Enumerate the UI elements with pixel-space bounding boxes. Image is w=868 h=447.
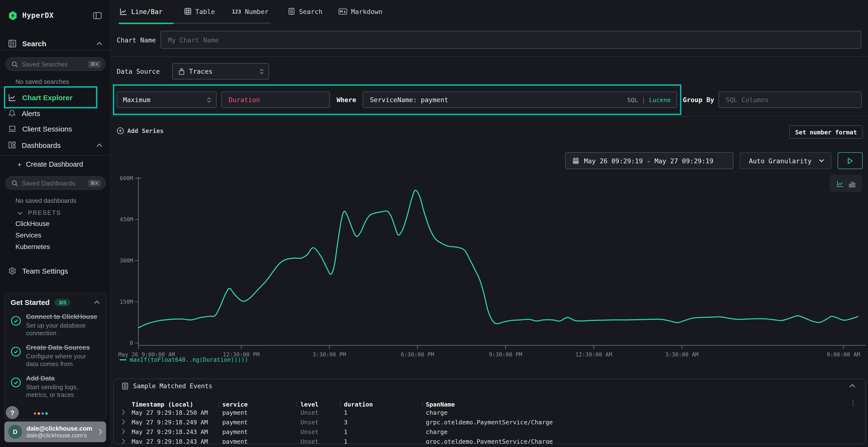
tab-markdown[interactable]: Markdown [339,0,382,23]
data-source-select[interactable]: Traces [172,63,269,79]
col-timestamp[interactable]: Timestamp (Local) [132,401,193,408]
select-updown-icon [207,97,216,102]
get-started-item[interactable]: Connect to ClickHouse Set up your databa… [10,313,100,337]
cell-service[interactable]: payment [222,409,248,416]
cell-timestamp[interactable]: May 27 9:29:18.243 AM [132,428,208,436]
avatar: D [8,425,22,439]
preset-clickhouse[interactable]: ClickHouse [16,220,50,227]
cell-service[interactable]: payment [222,428,248,436]
col-duration[interactable]: duration [344,401,373,408]
cell-timestamp[interactable]: May 27 9:29:18.250 AM [132,409,208,416]
cell-duration[interactable]: 1 [344,409,347,416]
get-started-item[interactable]: Create Data Sources Configure where your… [10,343,100,368]
user-team: dale@clickhouse.com's [27,432,94,439]
cell-duration[interactable]: 1 [344,438,347,444]
cell-spanname[interactable]: charge [426,428,447,436]
collapse-sidebar-icon[interactable] [93,12,102,19]
sidebar-item-alerts[interactable]: Alerts [0,107,111,119]
saved-dashboards-input[interactable]: Saved Dashboards ⌘K [5,176,105,190]
shortcut-badge: ⌘K [88,61,101,68]
where-input[interactable]: ServiceName: payment SQL | Lucene [363,92,677,108]
sidebar-item-chart-explorer[interactable]: Chart Explorer [0,91,111,104]
laptop-icon [8,125,17,132]
sidebar-item-team-settings[interactable]: Team Settings [0,265,111,277]
column-grip-icon[interactable]: ⋮ [216,401,222,408]
no-saved-dashboards-note: No saved dashboards [16,197,76,204]
cell-level[interactable]: Unset [301,419,318,426]
dashboards-icon [8,141,16,149]
chart-svg[interactable]: 0150M300M450M600MMay 26 9:00:00 AM12:30:… [111,173,868,366]
get-started-item[interactable]: Add Data Start sending logs, metrics, or… [10,374,100,399]
shortcut-badge: ⌘K [88,179,101,187]
y-tick-label: 150M [120,299,133,305]
sample-events-panel: Sample Matched Events Timestamp (Local) … [113,379,866,444]
cell-spanname[interactable]: grpc.oteldemo.PaymentService/Charge [426,438,553,444]
column-grip-icon[interactable]: ⋮ [420,401,425,408]
aggregation-select[interactable]: Maximum [117,92,217,108]
preset-services[interactable]: Services [16,231,41,239]
add-series-button[interactable]: Add Series [117,127,164,134]
toggle-separator: | [642,96,649,103]
set-number-format-button[interactable]: Set number format [789,125,863,139]
presets-toggle[interactable]: PRESETS [0,208,111,218]
cell-level[interactable]: Unset [301,438,318,444]
chevron-up-icon [96,42,102,45]
data-source-value: Traces [189,67,213,75]
line-chart-icon [120,7,127,15]
cell-service[interactable]: payment [222,438,248,444]
sql-toggle[interactable]: SQL [627,96,638,103]
cell-timestamp[interactable]: May 27 9:29:18.243 AM [132,438,208,444]
row-expand-icon[interactable] [122,429,125,435]
data-source-label: Data Source [117,67,160,75]
lucene-toggle[interactable]: Lucene [649,96,671,103]
table-icon [184,8,191,15]
cell-duration[interactable]: 3 [344,419,347,426]
team-settings-label: Team Settings [22,267,68,275]
tab-search[interactable]: Search [288,0,322,23]
chevron-up-icon[interactable] [94,301,100,304]
row-expand-icon[interactable] [122,419,125,425]
tab-label: Line/Bar [131,7,162,15]
run-query-button[interactable] [838,152,863,169]
col-spanname[interactable]: SpanName [426,401,455,408]
hyperdx-app: HyperDX Search Saved Searches ⌘K No save… [0,0,868,447]
tab-table[interactable]: Table [184,0,215,23]
row-expand-icon[interactable] [122,438,125,444]
chevron-right-icon [98,429,102,435]
field-input[interactable]: Duration [221,92,330,108]
group-by-label: Group By [683,96,714,104]
tab-label: Markdown [351,7,382,15]
column-grip-icon[interactable]: ⋮ [338,401,343,408]
cell-spanname[interactable]: charge [426,409,447,416]
table-menu-kebab-icon[interactable]: ⋮ [850,399,857,407]
col-service[interactable]: service [222,401,248,408]
saved-searches-input[interactable]: Saved Searches ⌘K [5,57,105,71]
date-range-input[interactable]: May 26 09:29:19 - May 27 09:29:19 [565,152,734,169]
chart-legend[interactable]: maxIf(toFloat640..ng(Duration))))) [120,356,248,363]
col-level[interactable]: level [301,401,318,408]
collapse-panel-icon[interactable] [849,384,856,388]
help-button[interactable]: ? [6,406,19,419]
cell-spanname[interactable]: grpc.oteldemo.PaymentService/Charge [426,419,553,426]
sidebar-section-search[interactable]: Search [0,37,111,50]
cell-service[interactable]: payment [222,419,248,426]
tab-line-bar[interactable]: Line/Bar [120,0,162,23]
group-by-input[interactable]: SQL Columns [718,92,862,108]
chart-name-input[interactable]: My Chart Name [161,31,861,49]
calendar-icon [572,157,579,164]
cell-duration[interactable]: 1 [344,428,347,436]
cell-timestamp[interactable]: May 27 9:29:18.249 AM [132,419,208,426]
create-dashboard-button[interactable]: + Create Dashboard [0,159,111,170]
sidebar-item-dashboards[interactable]: Dashboards [0,139,111,151]
cell-level[interactable]: Unset [301,409,318,416]
sidebar-item-client-sessions[interactable]: Client Sessions [0,122,111,135]
check-circle-icon [10,377,21,399]
tab-number[interactable]: 123 Number [232,0,269,23]
granularity-select[interactable]: Auto Granularity [740,152,831,169]
user-footer[interactable]: D dale@clickhouse.com dale@clickhouse.co… [4,421,106,442]
cell-level[interactable]: Unset [301,428,318,436]
preset-kubernetes[interactable]: Kubernetes [16,243,50,250]
row-expand-icon[interactable] [122,409,125,415]
column-grip-icon[interactable]: ⋮ [294,401,300,408]
chart-name-placeholder: My Chart Name [168,36,219,44]
